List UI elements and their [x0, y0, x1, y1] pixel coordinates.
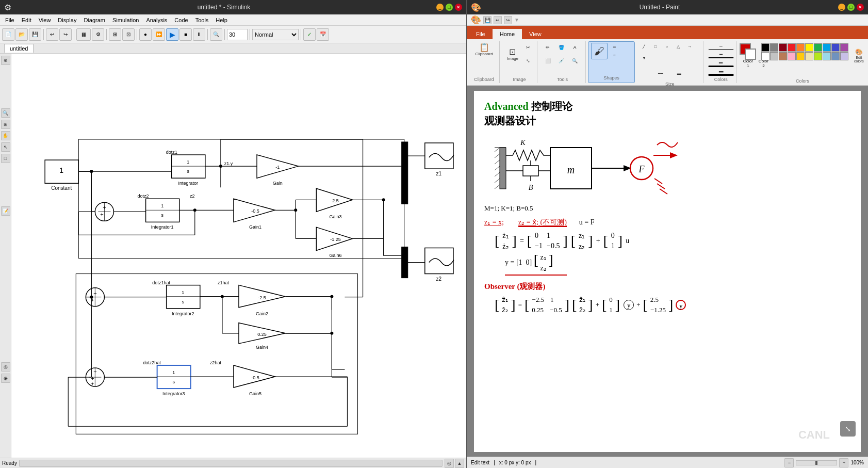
undo-button[interactable]: ↩ [46, 28, 58, 41]
paint-tab-file[interactable]: File [469, 29, 493, 39]
settings-button[interactable]: ⚙ [92, 28, 104, 41]
open-button[interactable]: 📂 [15, 28, 28, 41]
shape-rect[interactable]: □ [650, 41, 661, 52]
debug-button[interactable]: 🔍 [210, 28, 222, 41]
simulink-canvas[interactable]: 1 Constant 1 s Integrator dotz1 z1.y -1 … [11, 54, 466, 458]
size-3[interactable]: ━ [708, 60, 734, 67]
shape-arrow[interactable]: → [684, 41, 695, 52]
shape-triangle[interactable]: △ [673, 41, 683, 52]
bottom-icon-2[interactable]: ▲ [455, 459, 464, 468]
swatch-yellow[interactable] [805, 43, 813, 52]
horizontal-scrollbar[interactable] [19, 460, 443, 467]
shape-circle[interactable]: ○ [662, 41, 672, 52]
swatch-gray1[interactable] [770, 43, 778, 52]
swatch-lime[interactable] [814, 52, 822, 60]
select-btn[interactable]: ⊡ Image [504, 46, 521, 62]
paint-close[interactable]: ✕ [857, 4, 864, 11]
minimize-button[interactable]: _ [436, 4, 444, 11]
swatch-orange[interactable] [796, 43, 805, 52]
zoom-input[interactable] [227, 29, 248, 40]
menu-file[interactable]: File [2, 16, 18, 24]
menu-analysis[interactable]: Analysis [143, 16, 170, 24]
new-button[interactable]: 📄 [2, 28, 14, 41]
resize-btn[interactable]: ⤡ [522, 55, 534, 67]
text-btn[interactable]: A [568, 41, 581, 54]
zoom-in-icon[interactable]: ⊞ [1, 120, 10, 129]
run-button[interactable]: ▶ [166, 28, 178, 41]
paint-save-btn[interactable]: 💾 [483, 16, 492, 24]
swatch-green[interactable] [814, 43, 822, 52]
note-icon[interactable]: 📝 [1, 206, 10, 216]
maximize-button[interactable]: □ [446, 4, 453, 11]
swatch-darkred[interactable] [779, 43, 787, 52]
menu-display[interactable]: Display [55, 16, 79, 24]
menu-simulation[interactable]: Simulation [109, 16, 142, 24]
menu-diagram[interactable]: Diagram [80, 16, 108, 24]
shape-line[interactable]: ╱ [639, 41, 649, 52]
record-button[interactable]: ● [139, 28, 152, 41]
select-icon[interactable]: ↖ [1, 142, 10, 152]
menu-edit[interactable]: Edit [19, 16, 35, 24]
swatch-gold[interactable] [796, 52, 805, 60]
bottom-icon-1[interactable]: ◎ [445, 459, 454, 468]
block-icon[interactable]: □ [1, 154, 10, 163]
swatch-purple[interactable] [840, 43, 848, 52]
swatch-pink[interactable] [788, 52, 796, 60]
swatch-blue[interactable] [823, 43, 831, 52]
swatch-tan[interactable] [805, 52, 813, 60]
picker-btn[interactable]: 💉 [555, 55, 567, 67]
fit-button[interactable]: ⊡ [122, 28, 135, 41]
stop-button[interactable]: ■ [179, 28, 192, 41]
paint-undo-btn[interactable]: ↩ [494, 16, 502, 24]
size-4[interactable]: ━ [708, 69, 734, 76]
swatch-lightblue[interactable] [823, 52, 831, 60]
brush-type-1[interactable]: ━ [609, 43, 621, 51]
edit-colors-btn[interactable]: 🎨 Edit colors [853, 43, 865, 68]
paint-canvas-area[interactable]: Advanced 控制理论 观测器设计 [467, 86, 868, 457]
fill-btn[interactable]: 🪣 [555, 41, 567, 54]
check-button[interactable]: ✓ [303, 28, 316, 41]
paint-redo-btn[interactable]: ↪ [504, 16, 512, 24]
menu-view[interactable]: View [36, 16, 54, 24]
paint-tab-home[interactable]: Home [493, 29, 522, 39]
menu-help[interactable]: Help [212, 16, 231, 24]
swatch-black[interactable] [761, 43, 769, 52]
pause-button[interactable]: ⏸ [193, 28, 205, 41]
size-1[interactable]: ─ [708, 43, 734, 50]
close-button[interactable]: ✕ [455, 4, 462, 11]
paint-maximize[interactable]: □ [847, 4, 855, 11]
swatch-navy[interactable] [831, 43, 840, 52]
color2-swatch[interactable] [745, 49, 756, 60]
swatch-lavender[interactable] [840, 52, 848, 60]
zoom-out-icon[interactable]: 🔍 [1, 108, 10, 118]
brush-type-2[interactable]: ≈ [609, 52, 621, 59]
nav2-icon[interactable]: ◉ [1, 374, 10, 383]
pencil-btn[interactable]: ✏ [542, 41, 554, 54]
zoom-library-button[interactable]: ▦ [76, 28, 91, 41]
paint-minimize[interactable]: _ [838, 4, 845, 11]
untitled-tab[interactable]: untitled [4, 44, 34, 53]
zoom-slider[interactable] [796, 460, 837, 465]
eraser-btn[interactable]: ⬜ [542, 55, 554, 67]
size-2[interactable]: ━ [708, 51, 734, 58]
calendar-button[interactable]: 📅 [317, 28, 329, 41]
zoom-paint-btn[interactable]: 🔍 [568, 55, 581, 67]
crop-btn[interactable]: ✂ [522, 41, 534, 54]
paint-tab-view[interactable]: View [522, 29, 549, 39]
nav-icon[interactable]: ◎ [1, 362, 10, 372]
clipboard-btn[interactable]: 📋 Clipboard [476, 41, 493, 58]
redo-button[interactable]: ↪ [59, 28, 72, 41]
grid-button[interactable]: ⊞ [109, 28, 121, 41]
zoom-fit-icon[interactable]: ⊕ [1, 56, 10, 65]
outline-btn[interactable]: ━━ [652, 65, 669, 82]
menu-tools[interactable]: Tools [192, 16, 212, 24]
menu-code[interactable]: Code [171, 16, 191, 24]
fill-shape-btn[interactable]: ▬ [671, 65, 687, 82]
zoom-button[interactable]: ⤡ [840, 421, 856, 437]
zoom-in-paint-btn[interactable]: + [839, 458, 848, 467]
mode-select[interactable]: Normal [252, 29, 299, 40]
swatch-red[interactable] [788, 43, 796, 52]
swatch-brown[interactable] [779, 52, 787, 60]
fast-restart-button[interactable]: ⏩ [153, 28, 165, 41]
brush-btn[interactable]: 🖌 [591, 43, 608, 59]
